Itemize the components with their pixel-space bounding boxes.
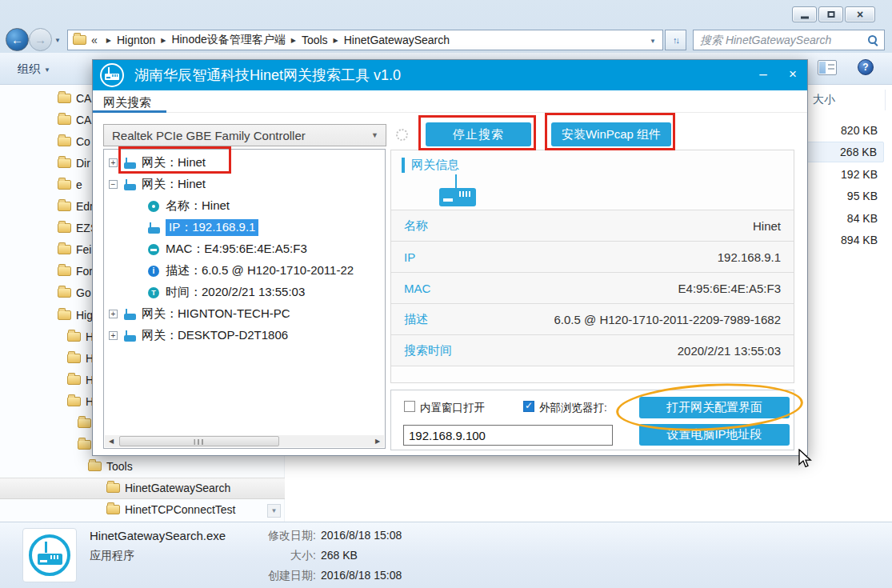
router-app-icon (100, 63, 124, 87)
maximize-icon (827, 11, 834, 18)
search-spinner-icon (396, 129, 408, 141)
info-rows-end-divider (391, 366, 794, 366)
file-property-row: 修改日期: 2016/8/18 15:08 (232, 529, 402, 549)
tree-row[interactable]: IP：192.168.9.1 (104, 217, 385, 238)
breadcrumb-item-label: Tools (302, 34, 328, 46)
sidebar-folder-item[interactable]: HinetTCPConnectTest (0, 499, 285, 521)
embedded-window-checkbox[interactable] (404, 401, 415, 412)
info-row-label: 搜索时间 (404, 343, 452, 358)
info-row: 搜索时间 2020/2/21 13:55:03 (391, 334, 794, 366)
tree-row[interactable]: 描述：6.0.5 @ H120-1710-2011-22 (104, 260, 385, 282)
tree-item-label: IP：192.168.9.1 (166, 219, 258, 236)
window-minimize-button[interactable] (792, 6, 817, 22)
file-size-cell[interactable]: 84 KB (806, 208, 884, 229)
file-size-cell[interactable]: 95 KB (806, 186, 884, 206)
file-size-cell[interactable]: 268 KB (806, 142, 884, 162)
forward-button[interactable]: → (29, 28, 52, 51)
network-adapter-select[interactable]: Realtek PCIe GBE Family Controller ▼ (103, 124, 386, 146)
file-property-value: 268 KB (321, 549, 358, 562)
sidebar-scroll-down-button[interactable]: ▼ (267, 504, 281, 518)
breadcrumb-item[interactable]: ▶ Hignton (101, 33, 155, 47)
history-dropdown-icon[interactable]: ▼ (54, 37, 61, 44)
dialog-minimize-button[interactable]: – (749, 60, 778, 90)
change-view-button[interactable] (818, 60, 837, 75)
network-adapter-value: Realtek PCIe GBE Family Controller (112, 129, 306, 142)
tree-row[interactable]: + 网关：DESKTOP-D2T1806 (104, 325, 385, 346)
breadcrumb-item[interactable]: ▶ HinetGatewaySearch (328, 33, 450, 47)
expand-icon[interactable]: + (109, 331, 118, 340)
breadcrumb-item[interactable]: ▶ Tools (286, 33, 328, 47)
router-icon (122, 178, 138, 192)
forward-arrow-icon: → (34, 33, 46, 46)
sidebar-folder-label: CA (76, 92, 91, 105)
breadcrumb-item-label: Hinode设备管理客户端 (171, 33, 285, 47)
search-input[interactable] (694, 30, 884, 50)
info-row-value: 192.168.9.1 (718, 250, 781, 264)
tree-item-label: 时间：2020/2/21 13:55:03 (166, 285, 305, 300)
file-icon-large (22, 528, 77, 582)
scroll-right-icon[interactable]: ▶ (371, 435, 384, 447)
open-gateway-config-button[interactable]: 打开网关配置界面 (639, 397, 790, 418)
size-column-header[interactable]: 大小 (813, 93, 835, 107)
mouse-cursor (798, 449, 814, 470)
tree-row[interactable]: MAC：E4:95:6E:4E:A5:F3 (104, 238, 385, 260)
scrollbar-thumb[interactable] (119, 436, 279, 446)
folder-icon (58, 94, 71, 103)
name-icon (146, 199, 162, 214)
breadcrumb-separator-icon: ▶ (106, 37, 111, 44)
file-property-row: 大小: 268 KB (232, 549, 402, 569)
folder-icon (58, 288, 71, 298)
window-close-button[interactable]: × (845, 6, 875, 22)
ip-address-input[interactable] (403, 425, 613, 446)
active-tab-indicator (93, 110, 166, 113)
file-size-value: 192 KB (841, 168, 878, 181)
info-row-value: E4:95:6E:4E:A5:F3 (678, 282, 781, 295)
organize-button[interactable]: 组织 ▼ (11, 60, 57, 79)
info-row: 名称 Hinet (391, 210, 794, 241)
selected-file-name: HinetGatewaySearch.exe (90, 529, 226, 542)
expand-icon[interactable]: − (109, 180, 118, 189)
breadcrumb-item[interactable]: ▶ Hinode设备管理客户端 (155, 33, 286, 47)
stop-search-button[interactable]: 停止搜索 (426, 122, 531, 146)
info-row-value: 2020/2/21 13:55:03 (678, 344, 781, 358)
back-button[interactable]: ← (6, 28, 29, 51)
horizontal-scrollbar[interactable]: ◀ ▶ (105, 435, 384, 447)
breadcrumb-separator-icon: ▶ (334, 37, 338, 44)
breadcrumb-overflow[interactable]: « (91, 34, 98, 46)
info-row-value: 6.0.5 @ H120-1710-2011-2209-7989-1682 (554, 313, 782, 326)
window-maximize-button[interactable] (818, 6, 843, 22)
refresh-button[interactable]: ↑↓ (665, 30, 686, 50)
install-winpcap-button[interactable]: 安装WinPcap 组件 (551, 122, 671, 146)
set-pc-ip-button[interactable]: 设置电脑IP地址段 (639, 424, 790, 446)
breadcrumb[interactable]: « ▶ Hignton ▶ Hinode设备管理客户端 ▶ To (67, 30, 663, 50)
file-size-cell[interactable]: 192 KB (806, 164, 884, 185)
breadcrumb-dropdown-icon[interactable]: ▼ (650, 38, 656, 45)
dialog-titlebar[interactable]: 湖南华辰智通科技Hinet网关搜索工具 v1.0 – × (93, 60, 807, 90)
tree-row[interactable]: − 网关：Hinet (104, 174, 385, 195)
sidebar-folder-label: Fei (76, 243, 91, 256)
router-icon (122, 329, 138, 343)
external-browser-checkbox[interactable] (523, 401, 534, 412)
dialog-close-button[interactable]: × (778, 60, 807, 90)
tree-row[interactable]: 名称：Hinet (104, 195, 385, 217)
column-separator[interactable] (885, 90, 886, 110)
info-row-label: MAC (404, 282, 430, 295)
file-size-cell[interactable]: 894 KB (806, 230, 884, 250)
tree-row[interactable]: + 网关：Hinet (104, 152, 385, 174)
file-property-label: 修改日期: (232, 529, 316, 543)
folder-icon (58, 137, 71, 146)
sidebar-folder-item[interactable]: HinetGatewaySearch (0, 478, 285, 499)
help-button[interactable]: ? (858, 59, 874, 75)
dialog-title: 湖南华辰智通科技Hinet网关搜索工具 v1.0 (134, 60, 401, 90)
expand-icon[interactable]: + (109, 158, 118, 167)
expand-icon[interactable]: + (109, 310, 118, 318)
tree-row[interactable]: 时间：2020/2/21 13:55:03 (104, 282, 385, 303)
scroll-left-icon[interactable]: ◀ (105, 435, 118, 447)
sidebar-folder-item[interactable]: Tools (0, 456, 285, 478)
folder-icon (58, 115, 71, 125)
file-property-label: 创建日期: (232, 569, 316, 583)
folder-icon (106, 505, 120, 514)
sidebar-folder-label: HinetGatewaySearch (125, 482, 230, 494)
file-size-cell[interactable]: 820 KB (806, 120, 884, 141)
tree-row[interactable]: + 网关：HIGNTON-TECH-PC (104, 303, 385, 325)
